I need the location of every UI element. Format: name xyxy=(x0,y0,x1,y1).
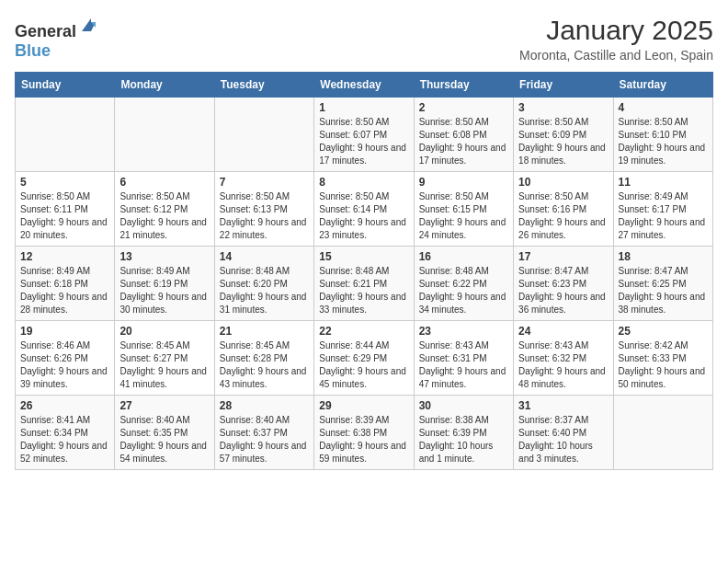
day-number: 6 xyxy=(119,176,209,189)
day-number: 9 xyxy=(419,176,508,189)
day-info: Sunrise: 8:49 AM Sunset: 6:19 PM Dayligh… xyxy=(119,265,209,316)
day-of-week-header: Friday xyxy=(514,73,613,98)
day-number: 11 xyxy=(619,176,708,189)
day-number: 25 xyxy=(619,325,708,338)
calendar-week-row: 1Sunrise: 8:50 AM Sunset: 6:07 PM Daylig… xyxy=(16,98,713,172)
calendar-cell: 30Sunrise: 8:38 AM Sunset: 6:39 PM Dayli… xyxy=(414,396,513,470)
day-info: Sunrise: 8:50 AM Sunset: 6:14 PM Dayligh… xyxy=(319,190,408,242)
day-number: 19 xyxy=(20,325,109,338)
day-info: Sunrise: 8:48 AM Sunset: 6:21 PM Dayligh… xyxy=(319,265,408,316)
calendar-cell: 5Sunrise: 8:50 AM Sunset: 6:11 PM Daylig… xyxy=(16,172,115,247)
logo-blue: Blue xyxy=(15,41,51,60)
calendar-cell: 3Sunrise: 8:50 AM Sunset: 6:09 PM Daylig… xyxy=(514,98,613,172)
day-of-week-header: Thursday xyxy=(414,73,513,98)
day-number: 22 xyxy=(319,325,408,338)
calendar-cell xyxy=(214,98,313,172)
day-number: 3 xyxy=(518,101,608,114)
day-info: Sunrise: 8:50 AM Sunset: 6:11 PM Dayligh… xyxy=(20,190,109,242)
day-info: Sunrise: 8:50 AM Sunset: 6:13 PM Dayligh… xyxy=(220,190,309,242)
day-number: 24 xyxy=(518,325,608,338)
day-number: 23 xyxy=(419,325,508,338)
calendar-cell: 24Sunrise: 8:43 AM Sunset: 6:32 PM Dayli… xyxy=(514,321,613,396)
day-number: 16 xyxy=(419,250,508,263)
day-of-week-header: Monday xyxy=(115,73,214,98)
day-info: Sunrise: 8:49 AM Sunset: 6:18 PM Dayligh… xyxy=(20,265,109,316)
day-info: Sunrise: 8:40 AM Sunset: 6:35 PM Dayligh… xyxy=(119,414,209,465)
day-number: 12 xyxy=(20,250,109,263)
day-info: Sunrise: 8:46 AM Sunset: 6:26 PM Dayligh… xyxy=(20,339,109,391)
day-info: Sunrise: 8:45 AM Sunset: 6:27 PM Dayligh… xyxy=(119,339,209,391)
calendar-cell: 26Sunrise: 8:41 AM Sunset: 6:34 PM Dayli… xyxy=(16,396,115,470)
location-subtitle: Moronta, Castille and Leon, Spain xyxy=(519,48,713,63)
day-info: Sunrise: 8:50 AM Sunset: 6:16 PM Dayligh… xyxy=(518,190,608,242)
calendar-week-row: 5Sunrise: 8:50 AM Sunset: 6:11 PM Daylig… xyxy=(16,172,713,247)
day-info: Sunrise: 8:44 AM Sunset: 6:29 PM Dayligh… xyxy=(319,339,408,391)
calendar-cell: 19Sunrise: 8:46 AM Sunset: 6:26 PM Dayli… xyxy=(16,321,115,396)
calendar-week-row: 19Sunrise: 8:46 AM Sunset: 6:26 PM Dayli… xyxy=(16,321,713,396)
day-info: Sunrise: 8:47 AM Sunset: 6:23 PM Dayligh… xyxy=(518,265,608,316)
day-info: Sunrise: 8:48 AM Sunset: 6:20 PM Dayligh… xyxy=(220,265,309,316)
calendar-cell: 23Sunrise: 8:43 AM Sunset: 6:31 PM Dayli… xyxy=(414,321,513,396)
calendar-cell: 1Sunrise: 8:50 AM Sunset: 6:07 PM Daylig… xyxy=(314,98,414,172)
day-number: 29 xyxy=(319,399,408,412)
day-info: Sunrise: 8:37 AM Sunset: 6:40 PM Dayligh… xyxy=(518,414,608,465)
day-of-week-header: Sunday xyxy=(16,73,115,98)
day-info: Sunrise: 8:50 AM Sunset: 6:10 PM Dayligh… xyxy=(619,116,708,167)
calendar-cell: 31Sunrise: 8:37 AM Sunset: 6:40 PM Dayli… xyxy=(514,396,613,470)
calendar-cell: 6Sunrise: 8:50 AM Sunset: 6:12 PM Daylig… xyxy=(115,172,214,247)
day-info: Sunrise: 8:49 AM Sunset: 6:17 PM Dayligh… xyxy=(619,190,708,242)
day-of-week-header: Wednesday xyxy=(314,73,414,98)
calendar-week-row: 12Sunrise: 8:49 AM Sunset: 6:18 PM Dayli… xyxy=(16,247,713,321)
day-info: Sunrise: 8:43 AM Sunset: 6:32 PM Dayligh… xyxy=(518,339,608,391)
day-of-week-header: Saturday xyxy=(613,73,712,98)
day-info: Sunrise: 8:40 AM Sunset: 6:37 PM Dayligh… xyxy=(220,414,309,465)
day-number: 31 xyxy=(518,399,608,412)
day-number: 13 xyxy=(119,250,209,263)
calendar-cell: 9Sunrise: 8:50 AM Sunset: 6:15 PM Daylig… xyxy=(414,172,513,247)
calendar-cell: 12Sunrise: 8:49 AM Sunset: 6:18 PM Dayli… xyxy=(16,247,115,321)
month-year-title: January 2025 xyxy=(519,15,713,46)
day-number: 4 xyxy=(619,101,708,114)
day-number: 8 xyxy=(319,176,408,189)
day-info: Sunrise: 8:39 AM Sunset: 6:38 PM Dayligh… xyxy=(319,414,408,465)
day-info: Sunrise: 8:50 AM Sunset: 6:12 PM Dayligh… xyxy=(119,190,209,242)
day-number: 2 xyxy=(419,101,508,114)
day-info: Sunrise: 8:41 AM Sunset: 6:34 PM Dayligh… xyxy=(20,414,109,465)
calendar-cell: 14Sunrise: 8:48 AM Sunset: 6:20 PM Dayli… xyxy=(214,247,313,321)
logo-icon xyxy=(78,15,100,37)
logo-general: General xyxy=(15,22,76,40)
calendar-cell: 27Sunrise: 8:40 AM Sunset: 6:35 PM Dayli… xyxy=(115,396,214,470)
day-number: 30 xyxy=(419,399,508,412)
day-number: 14 xyxy=(220,250,309,263)
calendar-table: SundayMondayTuesdayWednesdayThursdayFrid… xyxy=(15,72,713,470)
day-number: 27 xyxy=(119,399,209,412)
day-number: 18 xyxy=(619,250,708,263)
day-info: Sunrise: 8:43 AM Sunset: 6:31 PM Dayligh… xyxy=(419,339,508,391)
calendar-cell: 4Sunrise: 8:50 AM Sunset: 6:10 PM Daylig… xyxy=(613,98,712,172)
day-info: Sunrise: 8:47 AM Sunset: 6:25 PM Dayligh… xyxy=(619,265,708,316)
day-info: Sunrise: 8:50 AM Sunset: 6:09 PM Dayligh… xyxy=(518,116,608,167)
calendar-cell: 15Sunrise: 8:48 AM Sunset: 6:21 PM Dayli… xyxy=(314,247,414,321)
day-number: 10 xyxy=(518,176,608,189)
day-info: Sunrise: 8:50 AM Sunset: 6:08 PM Dayligh… xyxy=(419,116,508,167)
day-number: 5 xyxy=(20,176,109,189)
calendar-cell: 10Sunrise: 8:50 AM Sunset: 6:16 PM Dayli… xyxy=(514,172,613,247)
calendar-cell: 18Sunrise: 8:47 AM Sunset: 6:25 PM Dayli… xyxy=(613,247,712,321)
calendar-cell: 16Sunrise: 8:48 AM Sunset: 6:22 PM Dayli… xyxy=(414,247,513,321)
calendar-cell xyxy=(16,98,115,172)
day-number: 7 xyxy=(220,176,309,189)
calendar-cell: 21Sunrise: 8:45 AM Sunset: 6:28 PM Dayli… xyxy=(214,321,313,396)
calendar-cell: 7Sunrise: 8:50 AM Sunset: 6:13 PM Daylig… xyxy=(214,172,313,247)
day-of-week-header: Tuesday xyxy=(214,73,313,98)
day-number: 21 xyxy=(220,325,309,338)
calendar-cell: 13Sunrise: 8:49 AM Sunset: 6:19 PM Dayli… xyxy=(115,247,214,321)
day-number: 1 xyxy=(319,101,408,114)
day-number: 20 xyxy=(119,325,209,338)
calendar-week-row: 26Sunrise: 8:41 AM Sunset: 6:34 PM Dayli… xyxy=(16,396,713,470)
logo: General Blue xyxy=(15,15,100,61)
day-number: 15 xyxy=(319,250,408,263)
title-block: January 2025 Moronta, Castille and Leon,… xyxy=(519,15,713,63)
calendar-cell: 20Sunrise: 8:45 AM Sunset: 6:27 PM Dayli… xyxy=(115,321,214,396)
calendar-cell: 17Sunrise: 8:47 AM Sunset: 6:23 PM Dayli… xyxy=(514,247,613,321)
calendar-cell: 22Sunrise: 8:44 AM Sunset: 6:29 PM Dayli… xyxy=(314,321,414,396)
